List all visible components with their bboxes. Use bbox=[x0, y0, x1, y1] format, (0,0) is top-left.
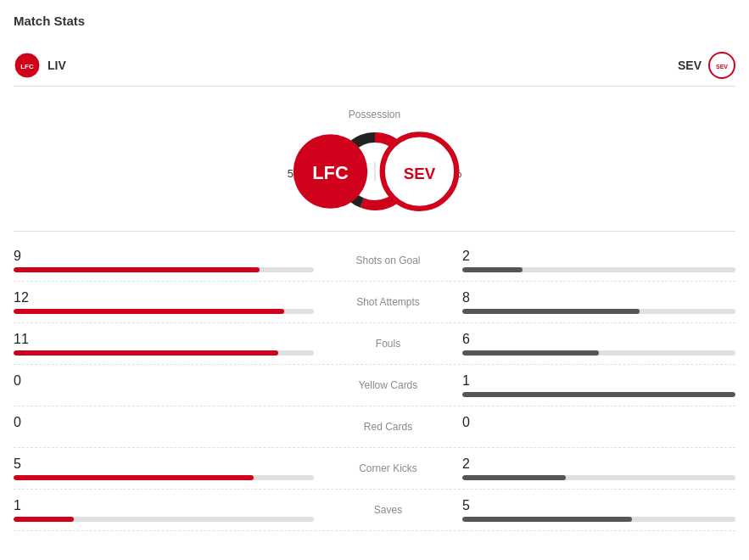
away-stat-value: 8 bbox=[462, 290, 735, 305]
home-stat-value: 0 bbox=[14, 373, 314, 389]
away-stat-value: 5 bbox=[462, 498, 735, 513]
stat-label: Fouls bbox=[327, 338, 449, 350]
home-stat-value: 1 bbox=[14, 498, 314, 513]
stat-left: 9 bbox=[14, 249, 327, 272]
stat-right: 8 bbox=[449, 290, 735, 314]
home-team-name: LIV bbox=[48, 59, 66, 72]
home-team-badge: LFC bbox=[14, 52, 41, 79]
match-stats-title: Match Stats bbox=[14, 14, 735, 35]
home-stat-value: 9 bbox=[14, 249, 314, 264]
teams-header: LFC LIV SEV SEV bbox=[14, 45, 735, 87]
stats-table: 9 Shots on Goal 2 12 Shot Attempts 8 11 … bbox=[14, 240, 735, 531]
away-stat-value: 0 bbox=[462, 415, 735, 430]
possession-section: Possession 56.8% LFC SE bbox=[14, 95, 735, 232]
away-stat-value: 6 bbox=[462, 332, 735, 347]
away-stat-value: 2 bbox=[462, 249, 735, 264]
stat-row: 12 Shot Attempts 8 bbox=[14, 282, 735, 323]
stat-left: 1 bbox=[14, 498, 327, 522]
possession-label: Possession bbox=[349, 109, 400, 120]
stat-right: 5 bbox=[449, 498, 735, 522]
stat-left: 5 bbox=[14, 456, 327, 480]
home-stat-value: 0 bbox=[14, 415, 314, 430]
stat-left: 11 bbox=[14, 332, 327, 356]
away-stat-value: 2 bbox=[462, 456, 735, 472]
svg-text:SEV: SEV bbox=[716, 64, 728, 70]
stat-row: 0 Yellow Cards 1 bbox=[14, 365, 735, 406]
donut-center-badges: LFC SEV bbox=[288, 129, 461, 214]
away-team-name: SEV bbox=[678, 59, 701, 72]
stat-row: 11 Fouls 6 bbox=[14, 323, 735, 365]
stat-label: Red Cards bbox=[327, 421, 449, 433]
stat-row: 9 Shots on Goal 2 bbox=[14, 240, 735, 282]
stat-right: 2 bbox=[449, 249, 735, 272]
stat-right: 6 bbox=[449, 332, 735, 356]
stat-label: Shot Attempts bbox=[327, 296, 449, 308]
donut-container: LFC SEV bbox=[333, 129, 417, 214]
stat-right: 0 bbox=[449, 415, 735, 439]
home-team: LFC LIV bbox=[14, 52, 66, 79]
stat-left: 0 bbox=[14, 373, 327, 397]
stat-label: Shots on Goal bbox=[327, 255, 449, 266]
svg-text:LFC: LFC bbox=[20, 63, 34, 70]
away-team: SEV SEV bbox=[678, 52, 735, 79]
away-team-badge: SEV bbox=[708, 52, 735, 79]
home-stat-value: 5 bbox=[14, 456, 314, 472]
stat-label: Yellow Cards bbox=[327, 379, 449, 391]
stat-row: 1 Saves 5 bbox=[14, 490, 735, 531]
stat-row: 5 Corner Kicks 2 bbox=[14, 448, 735, 490]
stat-right: 1 bbox=[449, 373, 735, 397]
home-stat-value: 12 bbox=[14, 290, 314, 305]
svg-text:SEV: SEV bbox=[403, 165, 435, 182]
stat-label: Saves bbox=[327, 504, 449, 516]
svg-text:LFC: LFC bbox=[312, 162, 349, 183]
stat-left: 12 bbox=[14, 290, 327, 314]
home-stat-value: 11 bbox=[14, 332, 314, 347]
possession-chart-row: 56.8% LFC SEV bbox=[288, 129, 462, 214]
stat-row: 0 Red Cards 0 bbox=[14, 406, 735, 448]
stat-label: Corner Kicks bbox=[327, 462, 449, 474]
stat-right: 2 bbox=[449, 456, 735, 480]
stat-left: 0 bbox=[14, 415, 327, 439]
away-stat-value: 1 bbox=[462, 373, 735, 389]
